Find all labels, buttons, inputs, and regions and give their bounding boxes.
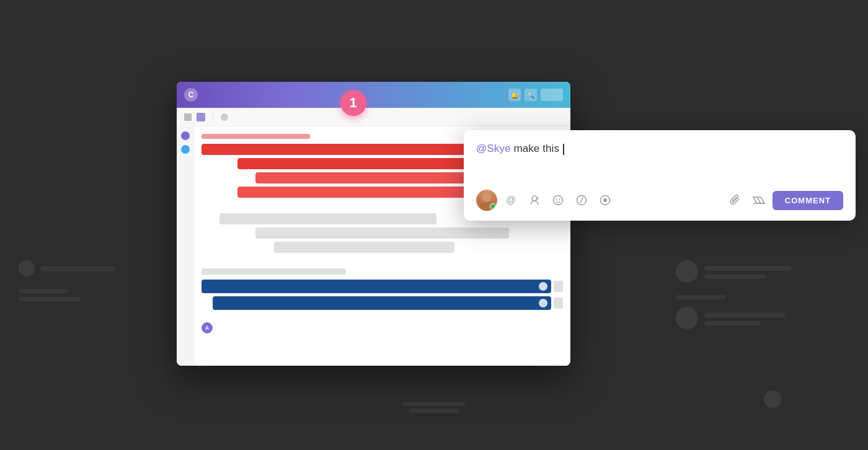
assignee-button[interactable] bbox=[525, 190, 544, 210]
record-button[interactable] bbox=[595, 190, 615, 210]
sidebar-avatar-1 bbox=[181, 131, 190, 140]
user-menu[interactable] bbox=[541, 89, 563, 101]
app-sidebar bbox=[177, 126, 194, 366]
svg-point-3 bbox=[532, 196, 537, 201]
task-row-gray-2 bbox=[255, 227, 508, 239]
task-row-blue-2[interactable] bbox=[202, 296, 563, 310]
bg-left-items bbox=[19, 260, 155, 305]
comment-popup: @Skye make this @ bbox=[464, 130, 856, 221]
svg-line-8 bbox=[580, 198, 583, 203]
comment-body: make this bbox=[511, 143, 562, 154]
app-logo: C bbox=[184, 88, 198, 102]
bell-icon[interactable]: 🔔 bbox=[508, 89, 521, 101]
notification-badge[interactable]: 1 bbox=[340, 90, 366, 116]
main-app-card: C 1 🔔 🔍 bbox=[177, 82, 570, 366]
svg-point-5 bbox=[556, 199, 557, 200]
mention-button[interactable]: @ bbox=[501, 190, 521, 210]
svg-point-6 bbox=[559, 199, 560, 200]
slash-button[interactable] bbox=[572, 190, 591, 210]
search-icon[interactable]: 🔍 bbox=[525, 89, 537, 101]
bg-right-items bbox=[676, 260, 849, 342]
svg-point-10 bbox=[603, 198, 607, 202]
svg-point-4 bbox=[554, 196, 563, 205]
task-row-gray-3 bbox=[274, 242, 455, 253]
task-row-blue-1[interactable] bbox=[202, 280, 563, 293]
user-avatar bbox=[476, 190, 497, 211]
attach-button[interactable] bbox=[725, 190, 745, 210]
sidebar-avatar-2 bbox=[181, 145, 190, 154]
grid-icon[interactable] bbox=[184, 113, 192, 121]
filter-icon[interactable] bbox=[197, 113, 205, 121]
red-section-label bbox=[202, 134, 310, 139]
task-row-red-1[interactable] bbox=[202, 144, 509, 155]
toolbar-row bbox=[177, 108, 570, 126]
emoji-button[interactable] bbox=[548, 190, 568, 210]
add-icon[interactable] bbox=[221, 113, 228, 121]
comment-text-area[interactable]: @Skye make this bbox=[476, 143, 843, 180]
header-icons: 🔔 🔍 bbox=[508, 89, 563, 101]
comment-toolbar: @ bbox=[476, 190, 843, 211]
mention-tag: @Skye bbox=[476, 143, 511, 154]
app-header: C 1 🔔 🔍 bbox=[177, 82, 570, 108]
bottom-avatar-row: A bbox=[202, 322, 563, 333]
text-cursor bbox=[563, 144, 564, 155]
blue-section-header bbox=[202, 268, 346, 275]
task-row-gray-1 bbox=[219, 213, 436, 224]
svg-point-2 bbox=[482, 193, 491, 201]
comment-button[interactable]: COMMENT bbox=[773, 191, 843, 210]
drive-button[interactable] bbox=[749, 190, 769, 210]
svg-point-1 bbox=[480, 202, 494, 211]
toolbar-separator bbox=[213, 113, 213, 121]
